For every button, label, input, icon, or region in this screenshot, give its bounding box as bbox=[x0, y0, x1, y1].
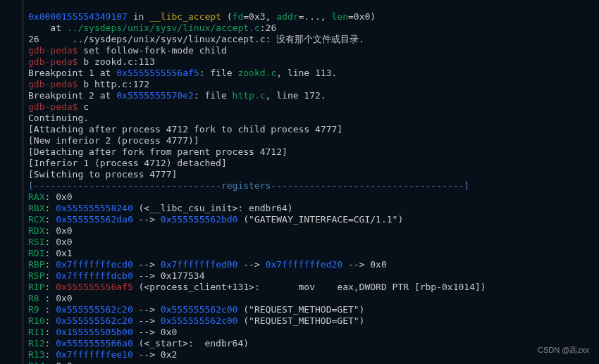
reg-r9: R9 bbox=[28, 304, 44, 315]
source-path: ../sysdeps/unix/sysv/linux/accept.c bbox=[67, 23, 260, 33]
missing-file-msg: 26 ../sysdeps/unix/sysv/linux/accept.c: … bbox=[28, 34, 364, 44]
switch-process-msg: [Switching to process 4777] bbox=[28, 169, 177, 180]
inferior-detached-msg: [Inferior 1 (process 4712) detached] bbox=[28, 158, 227, 168]
reg-r10: R10 bbox=[28, 315, 44, 326]
cmd-break-zookd: b zookd.c:113 bbox=[78, 56, 155, 67]
gdb-prompt[interactable]: gdb-peda$ bbox=[28, 79, 78, 89]
reg-rax: RAX bbox=[28, 192, 44, 202]
fn-name: __libc_accept bbox=[149, 11, 221, 22]
cmd-continue: c bbox=[78, 101, 89, 112]
new-inferior-msg: [New inferior 2 (process 4777)] bbox=[28, 135, 199, 146]
stack-addr: 0x0000155554349107 bbox=[28, 11, 128, 22]
reg-r8: R8 bbox=[28, 293, 44, 303]
watermark: CSDN @高zxx bbox=[538, 344, 589, 356]
reg-rip: RIP bbox=[28, 282, 44, 292]
reg-rdi: RDI bbox=[28, 248, 44, 258]
gdb-prompt[interactable]: gdb-peda$ bbox=[28, 101, 78, 112]
gdb-prompt[interactable]: gdb-peda$ bbox=[28, 45, 78, 56]
continuing-msg: Continuing. bbox=[28, 113, 89, 123]
attach-msg: [Attaching after process 4712 fork to ch… bbox=[28, 124, 342, 134]
reg-rsi: RSI bbox=[28, 237, 44, 247]
reg-rdx: RDX bbox=[28, 225, 44, 236]
reg-r11: R11 bbox=[28, 327, 44, 337]
cmd-set-follow-fork: set follow-fork-mode child bbox=[78, 45, 226, 56]
reg-rbx: RBX bbox=[28, 203, 44, 213]
gdb-prompt[interactable]: gdb-peda$ bbox=[28, 56, 78, 67]
reg-rcx: RCX bbox=[28, 214, 44, 225]
reg-r14: R14 bbox=[28, 360, 44, 364]
cmd-break-http: b http.c:172 bbox=[78, 79, 149, 89]
reg-r13: R13 bbox=[28, 349, 44, 360]
registers-header: [----------------------------------regis… bbox=[28, 180, 469, 191]
reg-rsp: RSP bbox=[28, 270, 44, 281]
reg-r12: R12 bbox=[28, 338, 44, 349]
detach-msg: [Detaching after fork from parent proces… bbox=[28, 146, 288, 157]
reg-rbp: RBP bbox=[28, 259, 44, 270]
terminal-output: 0x0000155554349107 in __libc_accept (fd=… bbox=[0, 0, 599, 364]
